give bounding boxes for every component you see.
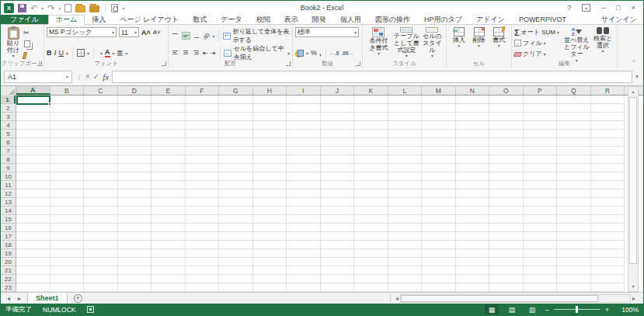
cell-I21[interactable] [287, 266, 321, 275]
cell-E14[interactable] [151, 207, 186, 215]
collapse-ribbon-button[interactable]: ^ [632, 58, 635, 65]
cell-L1[interactable] [388, 95, 423, 104]
cell-E17[interactable] [151, 232, 186, 241]
cell-R13[interactable] [591, 198, 625, 207]
cell-H15[interactable] [253, 215, 287, 224]
cell-K2[interactable] [354, 104, 388, 113]
cell-Q12[interactable] [557, 189, 591, 198]
cell-R20[interactable] [591, 258, 625, 266]
cell-B3[interactable] [50, 113, 85, 121]
cell-L5[interactable] [388, 130, 423, 138]
cell-R2[interactable] [591, 104, 625, 113]
tab-個人用[interactable]: 個人用 [333, 15, 368, 24]
cell-L12[interactable] [388, 189, 423, 198]
cell-J15[interactable] [321, 215, 355, 224]
cell-A16[interactable] [16, 224, 50, 232]
cell-J11[interactable] [321, 181, 355, 189]
cell-I16[interactable] [287, 224, 321, 232]
format-painter-button[interactable] [23, 52, 27, 59]
cell-I8[interactable] [287, 155, 321, 164]
cell-F7[interactable] [186, 147, 220, 155]
cell-K6[interactable] [354, 138, 388, 147]
cell-P2[interactable] [524, 104, 558, 113]
cell-A6[interactable] [16, 138, 50, 147]
cell-P22[interactable] [524, 275, 558, 283]
tab-scrollbar-splitter[interactable]: ⋮ [387, 294, 394, 302]
cell-Q7[interactable] [557, 147, 591, 155]
cell-J20[interactable] [321, 258, 355, 266]
cell-Q13[interactable] [557, 198, 591, 207]
cell-H20[interactable] [253, 258, 287, 266]
cell-H11[interactable] [253, 181, 287, 189]
cell-F22[interactable] [186, 275, 220, 283]
bottom-align-button[interactable] [193, 32, 201, 40]
clipboard-dialog-launcher-icon[interactable] [37, 61, 42, 66]
cell-A4[interactable] [16, 121, 50, 130]
cell-C8[interactable] [84, 155, 118, 164]
cell-F9[interactable] [186, 164, 220, 172]
cell-O7[interactable] [489, 147, 524, 155]
cell-K7[interactable] [354, 147, 388, 155]
cell-F16[interactable] [186, 224, 220, 232]
cell-P3[interactable] [524, 113, 558, 121]
cell-I6[interactable] [287, 138, 321, 147]
cell-H13[interactable] [253, 198, 287, 207]
horizontal-scrollbar[interactable]: ⋮ ◂ ▸ [387, 293, 635, 303]
cell-E11[interactable] [151, 181, 186, 189]
cell-C14[interactable] [84, 207, 118, 215]
cell-B18[interactable] [50, 241, 85, 249]
cell-P11[interactable] [524, 181, 558, 189]
print-preview-icon[interactable] [111, 4, 118, 12]
cell-H18[interactable] [253, 241, 287, 249]
format-cells-button[interactable]: 書式 ▾ [489, 27, 509, 59]
cell-P8[interactable] [524, 155, 558, 164]
format-as-table-button[interactable]: テーブルとして書式設定 ▾ [392, 27, 421, 59]
cell-J17[interactable] [321, 232, 355, 241]
column-header-A[interactable]: A [16, 86, 50, 95]
cell-M1[interactable] [422, 95, 456, 104]
column-header-C[interactable]: C [84, 86, 118, 95]
paste-dropdown-icon[interactable]: ▾ [12, 54, 14, 59]
cell-M11[interactable] [422, 181, 456, 189]
next-sheet-icon[interactable]: ▸ [18, 295, 21, 302]
cell-N23[interactable] [456, 283, 490, 292]
paste-button[interactable]: 貼り付け ▾ [3, 27, 23, 59]
cell-M16[interactable] [422, 224, 456, 232]
cell-P10[interactable] [524, 172, 558, 181]
cell-M10[interactable] [422, 172, 456, 181]
cell-A11[interactable] [16, 181, 50, 189]
row-header-18[interactable]: 18 [1, 241, 16, 249]
cell-F17[interactable] [186, 232, 220, 241]
cell-A19[interactable] [16, 249, 50, 258]
cell-A21[interactable] [16, 266, 50, 275]
cell-B14[interactable] [50, 207, 85, 215]
name-box[interactable]: A1 ▾ [4, 71, 72, 83]
cell-C10[interactable] [84, 172, 118, 181]
cell-L16[interactable] [388, 224, 423, 232]
merge-center-dropdown-icon[interactable]: ▾ [287, 50, 290, 56]
row-header-7[interactable]: 7 [1, 147, 16, 155]
top-align-button[interactable] [171, 32, 179, 40]
cell-I5[interactable] [287, 130, 321, 138]
cell-G2[interactable] [219, 104, 253, 113]
cell-M12[interactable] [422, 189, 456, 198]
cell-P23[interactable] [524, 283, 558, 292]
cell-C1[interactable] [84, 95, 118, 104]
cell-J16[interactable] [321, 224, 355, 232]
cell-D21[interactable] [118, 266, 152, 275]
cell-E8[interactable] [151, 155, 186, 164]
cell-H14[interactable] [253, 207, 287, 215]
cell-H7[interactable] [253, 147, 287, 155]
cell-H19[interactable] [253, 249, 287, 258]
insert-function-button[interactable]: fx [103, 72, 109, 82]
underline-button[interactable]: U [59, 49, 64, 57]
cell-L15[interactable] [388, 215, 423, 224]
cell-F10[interactable] [186, 172, 220, 181]
cell-E23[interactable] [151, 283, 186, 292]
macro-record-icon[interactable] [87, 306, 94, 313]
cell-C11[interactable] [84, 181, 118, 189]
cell-K23[interactable] [354, 283, 388, 292]
cell-R22[interactable] [591, 275, 625, 283]
cell-B15[interactable] [50, 215, 85, 224]
row-header-14[interactable]: 14 [1, 207, 16, 215]
